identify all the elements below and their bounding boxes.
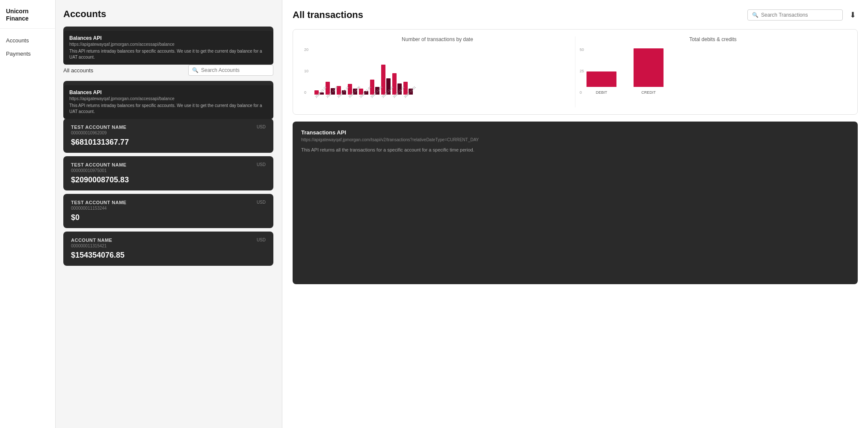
tooltip-url: https://apigatewayqaf.jpmorgan.com/acces… bbox=[69, 42, 267, 47]
account-balance-1: $6810131367.77 bbox=[71, 138, 266, 147]
accounts-panel: Accounts All accounts balance in USD $- … bbox=[56, 0, 282, 428]
transactions-search-input[interactable] bbox=[761, 12, 838, 18]
sidebar-item-payments[interactable]: Payments bbox=[0, 47, 55, 60]
account-name-3: TEST ACCOUNT NAME bbox=[71, 200, 127, 205]
bar-chart-container: 20 10 0 bbox=[304, 48, 571, 107]
transactions-search-icon: 🔍 bbox=[752, 12, 758, 18]
debit-credit-chart: Total debits & credits 50 25 0 DEBIT bbox=[575, 36, 850, 107]
account-card-4[interactable]: Account Name USD 000000011315421 $154354… bbox=[63, 232, 273, 266]
search-icon: 🔍 bbox=[192, 67, 198, 73]
accounts-search-bar: All accounts 🔍 bbox=[63, 65, 273, 76]
account-card-0-container: TEST ACCOUNT NAME USD 000000010256003 $-… bbox=[63, 81, 273, 115]
download-button[interactable]: ⬇ bbox=[848, 9, 858, 21]
tooltip-description-2: This API returns intraday balances for s… bbox=[69, 103, 267, 115]
tooltip-title-2: Balances API bbox=[69, 89, 267, 95]
x-axis-labels: 2022-11-22 2022-11-16 2022-11-11 2022-11… bbox=[304, 96, 571, 99]
tx-api-title: Transactions API bbox=[301, 129, 849, 136]
tooltip-description: This API returns intraday balances for s… bbox=[69, 48, 267, 60]
balance-summary-container: All accounts balance in USD $- Balances … bbox=[63, 27, 273, 59]
accounts-search-wrapper: 🔍 bbox=[188, 65, 273, 76]
account-card-1[interactable]: TEST ACCOUNT NAME USD 000000010962009 $6… bbox=[63, 119, 273, 153]
account-id-4: 000000011315421 bbox=[71, 244, 266, 248]
bar-red-6 bbox=[381, 65, 385, 95]
account-name-2: TEST ACCOUNT NAME bbox=[71, 162, 127, 167]
account-id-3: 000000011153244 bbox=[71, 206, 266, 211]
tooltip-title: Balances API bbox=[69, 35, 267, 41]
accounts-title: Accounts bbox=[63, 9, 273, 20]
credit-bar bbox=[634, 48, 664, 87]
account-id-1: 000000010962009 bbox=[71, 131, 266, 135]
dc-y-labels: 50 25 0 bbox=[580, 48, 587, 95]
debit-bar-group: DEBIT bbox=[587, 71, 616, 95]
account-balance-2: $2090008705.83 bbox=[71, 175, 266, 184]
y-axis-labels: 20 10 0 bbox=[304, 48, 308, 95]
account-id-2: 000000010975001 bbox=[71, 168, 266, 173]
logo-text: Unicorn Finance bbox=[6, 8, 49, 22]
account-currency-2: USD bbox=[257, 162, 266, 167]
account-list: TEST ACCOUNT NAME USD 000000010256003 $-… bbox=[63, 81, 273, 266]
charts-area: Number of transactions by date 20 10 0 bbox=[293, 29, 858, 115]
transactions-api-card: Transactions API https://apigatewayqaf.j… bbox=[293, 122, 858, 284]
transactions-title: All transactions bbox=[293, 9, 742, 21]
transactions-search-wrapper: 🔍 bbox=[747, 9, 843, 21]
main-content: Accounts All accounts balance in USD $- … bbox=[56, 0, 868, 428]
account-currency-1: USD bbox=[257, 125, 266, 129]
transactions-header: All transactions 🔍 ⬇ bbox=[293, 9, 858, 21]
debit-label: DEBIT bbox=[596, 90, 607, 95]
balances-api-tooltip-account: Balances API https://apigatewayqaf.jpmor… bbox=[63, 85, 273, 119]
account-card-3[interactable]: TEST ACCOUNT NAME USD 000000011153244 $0 bbox=[63, 194, 273, 228]
tx-api-description: This API returns all the transactions fo… bbox=[301, 146, 849, 154]
account-currency-3: USD bbox=[257, 200, 266, 205]
all-accounts-label: All accounts bbox=[63, 67, 188, 74]
sidebar-item-accounts[interactable]: Accounts bbox=[0, 34, 55, 47]
tooltip-url-2: https://apigatewayqaf.jpmorgan.com/acces… bbox=[69, 96, 267, 101]
logo-area: Unicorn Finance bbox=[0, 0, 55, 29]
debit-credit-container: 50 25 0 DEBIT CREDIT bbox=[580, 48, 846, 107]
account-balance-4: $154354076.85 bbox=[71, 251, 266, 260]
debit-credit-title: Total debits & credits bbox=[580, 36, 846, 42]
debit-credit-bars: DEBIT CREDIT bbox=[587, 48, 664, 95]
bar-chart-title: Number of transactions by date bbox=[304, 36, 571, 42]
credit-label: CREDIT bbox=[641, 90, 656, 95]
transactions-panel: All transactions 🔍 ⬇ Number of transacti… bbox=[282, 0, 868, 428]
account-name-1: TEST ACCOUNT NAME bbox=[71, 125, 127, 130]
balances-api-tooltip: Balances API https://apigatewayqaf.jpmor… bbox=[63, 31, 273, 65]
account-name-4: Account Name bbox=[71, 238, 112, 243]
navigation: Accounts Payments bbox=[0, 29, 55, 65]
credit-bar-group: CREDIT bbox=[634, 48, 664, 95]
debit-bar bbox=[587, 71, 616, 87]
account-currency-4: USD bbox=[257, 238, 266, 242]
transactions-by-date-chart: Number of transactions by date 20 10 0 bbox=[300, 36, 575, 107]
account-card-2[interactable]: TEST ACCOUNT NAME USD 000000010975001 $2… bbox=[63, 156, 273, 190]
account-balance-3: $0 bbox=[71, 213, 266, 222]
accounts-search-input[interactable] bbox=[201, 67, 270, 73]
tx-api-url: https://apigatewayqaf.jpmorgan.com/tsapi… bbox=[301, 137, 849, 142]
bar-red-7 bbox=[392, 73, 397, 95]
sidebar: Unicorn Finance Accounts Payments bbox=[0, 0, 56, 428]
